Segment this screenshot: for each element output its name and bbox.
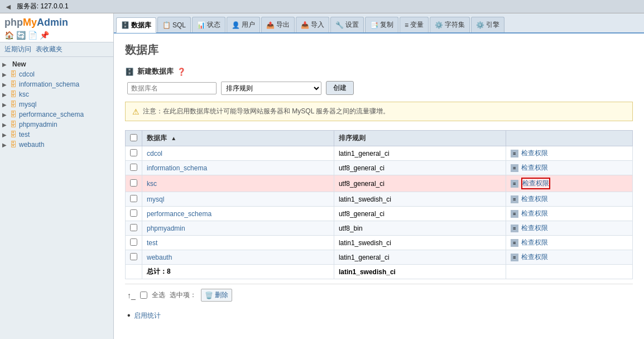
sidebar-item-mysql[interactable]: ▶ 🗄 mysql [0,99,113,109]
logo-php: php [4,17,23,28]
back-arrow-icon[interactable]: ◄ [4,2,12,11]
sidebar-item-new[interactable]: ▶ New [0,59,113,69]
collation-select[interactable]: 排序规则 [221,82,321,95]
sidebar-item-test[interactable]: ▶ 🗄 test [0,130,113,140]
db-name-link[interactable]: ksc [147,180,157,188]
home-icon[interactable]: 🏠 [4,31,14,40]
db-name-link[interactable]: phpmyadmin [147,225,185,232]
tab-字符集[interactable]: ⚙️字符集 [430,17,470,32]
db-name-link[interactable]: webauth [147,254,172,261]
recent-link[interactable]: 近期访问 [4,45,31,54]
db-name-link[interactable]: information_schema [147,164,207,172]
bookmarks-link[interactable]: 表收藏夹 [36,45,63,54]
db-tree-icon: 🗄 [10,121,17,128]
check-priv-link[interactable]: 检查权限 [521,149,548,158]
tab-icon: 👤 [232,21,240,29]
sidebar-item-webauth[interactable]: ▶ 🗄 webauth [0,140,113,150]
row-collation: latin1_swedish_ci [334,236,506,250]
row-checkbox[interactable] [130,195,137,202]
table-row: information_schema utf8_general_ci ≡ 检查权… [126,161,633,175]
tab-icon: ⚙️ [476,21,484,29]
footer-collation: latin1_swedish_ci [334,265,506,279]
row-actions: ≡ 检查权限 [506,161,632,175]
up-icon[interactable]: ↑_ [127,291,136,300]
reload-icon[interactable]: 🔄 [16,31,26,40]
tab-icon: 📊 [197,21,205,29]
sidebar-item-ksc[interactable]: ▶ 🗄 ksc [0,89,113,99]
db-name-input[interactable] [127,82,217,94]
expander-icon: ▶ [2,82,10,88]
select-all-checkbox[interactable] [140,292,147,299]
row-checkbox-cell [126,221,142,236]
new-db-section: 🗄️ 新建数据库 ❓ 排序规则 创建 [125,66,633,95]
tab-变量[interactable]: ≡变量 [400,17,429,32]
row-checkbox[interactable] [130,224,137,231]
check-priv-link[interactable]: 检查权限 [521,238,548,247]
row-collation: utf8_general_ci [334,161,506,175]
priv-icon: ≡ [511,180,518,188]
sidebar-item-performance-schema[interactable]: ▶ 🗄 performance_schema [0,109,113,120]
check-priv-link[interactable]: 检查权限 [521,163,548,173]
delete-button[interactable]: 🗑️ 删除 [201,289,232,302]
tab-设置[interactable]: 🔧设置 [330,17,364,32]
check-priv-link[interactable]: 检查权限 [521,194,548,204]
tab-复制[interactable]: 📑复制 [365,17,398,32]
doc-icon[interactable]: 📄 [28,31,37,40]
db-name-link[interactable]: performance_schema [147,210,212,218]
select-all-header-checkbox[interactable] [130,134,137,141]
db-name-link[interactable]: test [147,239,157,247]
select-with-label: 选中项： [170,290,196,300]
row-actions: ≡ 检查权限 [506,175,632,192]
db-tree-icon: 🗄 [10,131,17,139]
tab-label: 导入 [311,20,324,30]
row-db-name: phpmyadmin [142,221,334,236]
priv-icon: ≡ [511,225,518,232]
th-database[interactable]: 数据库 ▲ [142,131,334,146]
row-checkbox[interactable] [130,179,137,187]
delete-icon: 🗑️ [205,292,213,299]
sidebar-item-cdcol[interactable]: ▶ 🗄 cdcol [0,69,113,79]
tab-数据库[interactable]: 🗄️数据库 [116,17,156,33]
row-checkbox[interactable] [130,149,137,156]
tab-icon: 📤 [266,21,275,29]
db-tree-icon: 🗄 [10,111,17,118]
tab-导入[interactable]: 📥导入 [296,17,329,32]
db-name-link[interactable]: mysql [147,195,164,203]
col-db-label: 数据库 [147,134,167,142]
tab-用户[interactable]: 👤用户 [227,17,260,32]
check-priv-link[interactable]: 检查权限 [521,223,548,233]
enable-stats-link[interactable]: 启用统计 [134,311,161,321]
tab-导出[interactable]: 📤导出 [261,17,295,32]
db-name-link[interactable]: cdcol [147,150,162,157]
row-collation: latin1_general_ci [334,146,506,161]
new-db-form: 排序规则 创建 [127,81,633,95]
row-collation: utf8_bin [334,221,506,236]
delete-label: 删除 [215,290,228,300]
th-actions [506,131,632,146]
tab-状态[interactable]: 📊状态 [192,17,225,32]
footer-check [126,265,142,279]
tab-引擎[interactable]: ⚙️引擎 [471,17,504,32]
row-checkbox[interactable] [130,253,137,260]
tab-label: 设置 [345,20,359,30]
sidebar-item-label: New [12,60,26,68]
create-db-button[interactable]: 创建 [326,81,354,95]
row-collation: latin1_general_ci [334,250,506,265]
sidebar-item-information-schema[interactable]: ▶ 🗄 information_schema [0,79,113,89]
table-row: webauth latin1_general_ci ≡ 检查权限 [126,250,633,265]
check-priv-link[interactable]: 检查权限 [521,209,548,218]
check-priv-link[interactable]: 检查权限 [521,252,548,262]
info-icon[interactable]: ❓ [177,68,186,76]
footer-action [506,265,632,279]
tab-label: 状态 [207,20,220,30]
check-priv-link[interactable]: 检查权限 [521,178,550,189]
row-checkbox[interactable] [130,238,137,246]
tab-SQL[interactable]: 📋SQL [157,17,191,32]
row-checkbox[interactable] [130,209,137,217]
bookmark-icon[interactable]: 📌 [40,31,49,40]
row-checkbox[interactable] [130,164,137,171]
db-tree-icon: 🗄 [10,70,17,78]
row-db-name: information_schema [142,161,334,175]
sidebar-item-label: phpmyadmin [19,121,57,128]
sidebar-item-phpmyadmin[interactable]: ▶ 🗄 phpmyadmin [0,120,113,130]
